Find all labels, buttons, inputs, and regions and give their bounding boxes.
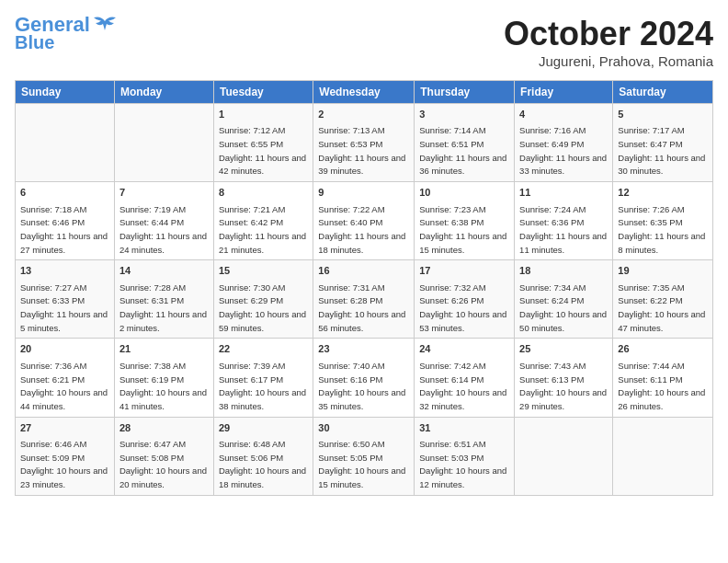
- day-sunset: Sunset: 5:06 PM: [219, 453, 283, 463]
- day-sunrise: Sunrise: 7:36 AM: [20, 361, 86, 371]
- day-number: 3: [419, 108, 509, 121]
- calendar-cell: 27Sunrise: 6:46 AMSunset: 5:09 PMDayligh…: [16, 417, 115, 495]
- day-sunset: Sunset: 5:05 PM: [318, 453, 382, 463]
- day-number: 5: [618, 108, 708, 121]
- calendar-cell: 24Sunrise: 7:42 AMSunset: 6:14 PMDayligh…: [415, 339, 515, 417]
- calendar-cell: 28Sunrise: 6:47 AMSunset: 5:08 PMDayligh…: [114, 417, 213, 495]
- day-number: 24: [419, 342, 509, 356]
- day-sunset: Sunset: 6:35 PM: [618, 217, 682, 227]
- day-sunrise: Sunrise: 6:46 AM: [20, 439, 86, 449]
- day-daylight: Daylight: 10 hours and 23 minutes.: [20, 465, 108, 489]
- day-daylight: Daylight: 10 hours and 29 minutes.: [519, 387, 607, 411]
- calendar-cell: 17Sunrise: 7:32 AMSunset: 6:26 PMDayligh…: [415, 260, 515, 339]
- calendar-cell: 4Sunrise: 7:16 AMSunset: 6:49 PMDaylight…: [515, 104, 613, 182]
- day-sunset: Sunset: 6:51 PM: [419, 139, 483, 149]
- page-header: General Blue October 2024 Jugureni, Prah…: [15, 15, 713, 69]
- day-sunrise: Sunrise: 7:24 AM: [519, 204, 586, 214]
- day-daylight: Daylight: 10 hours and 15 minutes.: [318, 465, 405, 489]
- day-daylight: Daylight: 10 hours and 41 minutes.: [119, 387, 207, 411]
- weekday-header: Sunday: [16, 81, 115, 104]
- day-sunset: Sunset: 5:08 PM: [119, 453, 184, 463]
- calendar-cell: 26Sunrise: 7:44 AMSunset: 6:11 PMDayligh…: [613, 339, 713, 417]
- day-number: 16: [318, 264, 409, 278]
- calendar-cell: [613, 417, 713, 495]
- day-sunrise: Sunrise: 7:28 AM: [119, 282, 186, 293]
- day-daylight: Daylight: 11 hours and 8 minutes.: [618, 231, 705, 255]
- day-daylight: Daylight: 10 hours and 59 minutes.: [219, 309, 306, 333]
- calendar-cell: 25Sunrise: 7:43 AMSunset: 6:13 PMDayligh…: [515, 339, 613, 417]
- day-daylight: Daylight: 10 hours and 26 minutes.: [618, 387, 705, 411]
- day-sunrise: Sunrise: 7:19 AM: [119, 204, 186, 214]
- day-sunset: Sunset: 6:16 PM: [318, 374, 382, 385]
- day-number: 29: [219, 421, 308, 435]
- calendar-cell: 1Sunrise: 7:12 AMSunset: 6:55 PMDaylight…: [213, 104, 313, 182]
- day-sunset: Sunset: 6:55 PM: [219, 139, 283, 149]
- day-sunset: Sunset: 6:31 PM: [119, 295, 184, 305]
- day-sunset: Sunset: 6:14 PM: [419, 374, 483, 385]
- day-sunset: Sunset: 6:47 PM: [618, 139, 682, 149]
- calendar-cell: 31Sunrise: 6:51 AMSunset: 5:03 PMDayligh…: [415, 417, 515, 495]
- weekday-header: Wednesday: [313, 81, 415, 104]
- day-sunset: Sunset: 6:11 PM: [618, 374, 682, 385]
- day-number: 2: [318, 108, 409, 121]
- day-sunrise: Sunrise: 7:18 AM: [20, 204, 86, 214]
- day-sunset: Sunset: 6:26 PM: [419, 295, 483, 305]
- logo-blue-text: Blue: [15, 33, 54, 52]
- calendar-cell: 9Sunrise: 7:22 AMSunset: 6:40 PMDaylight…: [313, 182, 415, 260]
- day-number: 18: [519, 264, 608, 278]
- day-number: 11: [519, 186, 608, 200]
- day-number: 4: [519, 108, 608, 121]
- weekday-header: Saturday: [613, 81, 713, 104]
- day-daylight: Daylight: 11 hours and 33 minutes.: [519, 153, 607, 177]
- day-sunrise: Sunrise: 7:43 AM: [519, 361, 586, 371]
- day-number: 19: [618, 264, 708, 278]
- day-sunrise: Sunrise: 6:47 AM: [119, 439, 186, 449]
- day-sunrise: Sunrise: 7:23 AM: [419, 204, 485, 214]
- day-sunset: Sunset: 5:09 PM: [20, 453, 85, 463]
- day-sunrise: Sunrise: 7:32 AM: [419, 282, 485, 293]
- day-daylight: Daylight: 10 hours and 50 minutes.: [519, 309, 607, 333]
- day-sunrise: Sunrise: 7:38 AM: [119, 361, 186, 371]
- calendar-cell: 3Sunrise: 7:14 AMSunset: 6:51 PMDaylight…: [415, 104, 515, 182]
- day-number: 26: [618, 342, 708, 356]
- day-sunset: Sunset: 6:40 PM: [318, 217, 382, 227]
- day-daylight: Daylight: 11 hours and 5 minutes.: [20, 309, 108, 333]
- day-daylight: Daylight: 10 hours and 44 minutes.: [20, 387, 108, 411]
- calendar-cell: 29Sunrise: 6:48 AMSunset: 5:06 PMDayligh…: [213, 417, 313, 495]
- day-sunset: Sunset: 5:03 PM: [419, 453, 483, 463]
- day-sunset: Sunset: 6:38 PM: [419, 217, 483, 227]
- logo-bird-icon: [92, 14, 118, 32]
- day-sunrise: Sunrise: 7:16 AM: [519, 125, 586, 135]
- day-daylight: Daylight: 11 hours and 30 minutes.: [618, 153, 705, 177]
- calendar-cell: [114, 104, 213, 182]
- calendar-cell: 22Sunrise: 7:39 AMSunset: 6:17 PMDayligh…: [213, 339, 313, 417]
- logo: General Blue: [15, 15, 118, 52]
- day-number: 28: [119, 421, 209, 435]
- calendar-cell: 6Sunrise: 7:18 AMSunset: 6:46 PMDaylight…: [16, 182, 115, 260]
- day-daylight: Daylight: 10 hours and 56 minutes.: [318, 309, 405, 333]
- calendar-cell: 7Sunrise: 7:19 AMSunset: 6:44 PMDaylight…: [114, 182, 213, 260]
- weekday-header: Tuesday: [213, 81, 313, 104]
- day-sunset: Sunset: 6:29 PM: [219, 295, 283, 305]
- location-subtitle: Jugureni, Prahova, Romania: [504, 53, 713, 69]
- day-sunrise: Sunrise: 7:13 AM: [318, 125, 384, 135]
- day-sunrise: Sunrise: 7:35 AM: [618, 282, 684, 293]
- day-number: 14: [119, 264, 209, 278]
- weekday-header: Thursday: [415, 81, 515, 104]
- calendar-cell: 23Sunrise: 7:40 AMSunset: 6:16 PMDayligh…: [313, 339, 415, 417]
- title-block: October 2024 Jugureni, Prahova, Romania: [504, 15, 713, 69]
- day-number: 27: [20, 421, 109, 435]
- calendar-cell: 14Sunrise: 7:28 AMSunset: 6:31 PMDayligh…: [114, 260, 213, 339]
- calendar-cell: 18Sunrise: 7:34 AMSunset: 6:24 PMDayligh…: [515, 260, 613, 339]
- day-sunrise: Sunrise: 7:31 AM: [318, 282, 384, 293]
- day-daylight: Daylight: 10 hours and 35 minutes.: [318, 387, 405, 411]
- day-number: 10: [419, 186, 509, 200]
- day-sunrise: Sunrise: 7:34 AM: [519, 282, 586, 293]
- day-sunset: Sunset: 6:21 PM: [20, 374, 85, 385]
- day-sunset: Sunset: 6:19 PM: [119, 374, 184, 385]
- day-daylight: Daylight: 11 hours and 11 minutes.: [519, 231, 607, 255]
- day-sunset: Sunset: 6:33 PM: [20, 295, 85, 305]
- day-sunrise: Sunrise: 7:21 AM: [219, 204, 285, 214]
- day-sunrise: Sunrise: 6:50 AM: [318, 439, 384, 449]
- day-sunrise: Sunrise: 7:30 AM: [219, 282, 285, 293]
